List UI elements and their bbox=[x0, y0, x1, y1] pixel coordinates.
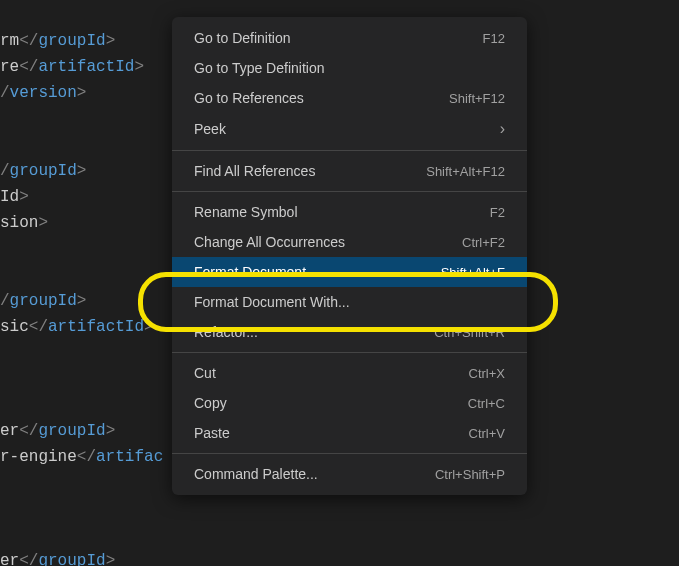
menu-item-rename-symbol[interactable]: Rename SymbolF2 bbox=[172, 197, 527, 227]
menu-item-find-all-references[interactable]: Find All ReferencesShift+Alt+F12 bbox=[172, 156, 527, 186]
menu-item-label: Refactor... bbox=[194, 324, 434, 340]
menu-item-shortcut: Ctrl+C bbox=[468, 396, 505, 411]
menu-item-shortcut: Ctrl+F2 bbox=[462, 235, 505, 250]
menu-item-label: Copy bbox=[194, 395, 468, 411]
menu-item-paste[interactable]: PasteCtrl+V bbox=[172, 418, 527, 448]
context-menu: Go to DefinitionF12Go to Type Definition… bbox=[172, 17, 527, 495]
menu-item-go-to-definition[interactable]: Go to DefinitionF12 bbox=[172, 23, 527, 53]
menu-item-go-to-type-definition[interactable]: Go to Type Definition bbox=[172, 53, 527, 83]
menu-item-label: Peek bbox=[194, 121, 500, 137]
menu-item-shortcut: Ctrl+V bbox=[469, 426, 505, 441]
menu-separator bbox=[172, 150, 527, 151]
editor-line[interactable]: er</groupId> bbox=[0, 548, 679, 566]
menu-separator bbox=[172, 191, 527, 192]
menu-item-label: Go to Definition bbox=[194, 30, 483, 46]
menu-item-shortcut: Ctrl+X bbox=[469, 366, 505, 381]
menu-item-shortcut: F2 bbox=[490, 205, 505, 220]
menu-item-command-palette[interactable]: Command Palette...Ctrl+Shift+P bbox=[172, 459, 527, 489]
menu-item-shortcut: Ctrl+Shift+R bbox=[434, 325, 505, 340]
menu-item-label: Command Palette... bbox=[194, 466, 435, 482]
menu-item-label: Cut bbox=[194, 365, 469, 381]
menu-item-shortcut: Shift+F12 bbox=[449, 91, 505, 106]
editor-line[interactable] bbox=[0, 496, 679, 522]
menu-item-label: Go to References bbox=[194, 90, 449, 106]
menu-separator bbox=[172, 352, 527, 353]
menu-item-label: Paste bbox=[194, 425, 469, 441]
editor-line[interactable] bbox=[0, 522, 679, 548]
menu-item-refactor[interactable]: Refactor...Ctrl+Shift+R bbox=[172, 317, 527, 347]
menu-item-label: Go to Type Definition bbox=[194, 60, 505, 76]
menu-item-label: Rename Symbol bbox=[194, 204, 490, 220]
menu-item-label: Format Document With... bbox=[194, 294, 505, 310]
menu-item-label: Format Document bbox=[194, 264, 441, 280]
chevron-right-icon: › bbox=[500, 120, 505, 138]
menu-item-label: Find All References bbox=[194, 163, 426, 179]
menu-item-change-all-occurrences[interactable]: Change All OccurrencesCtrl+F2 bbox=[172, 227, 527, 257]
menu-item-label: Change All Occurrences bbox=[194, 234, 462, 250]
menu-item-shortcut: F12 bbox=[483, 31, 505, 46]
menu-item-format-document-with[interactable]: Format Document With... bbox=[172, 287, 527, 317]
menu-item-peek[interactable]: Peek› bbox=[172, 113, 527, 145]
menu-item-copy[interactable]: CopyCtrl+C bbox=[172, 388, 527, 418]
menu-item-shortcut: Shift+Alt+F bbox=[441, 265, 505, 280]
menu-separator bbox=[172, 453, 527, 454]
menu-item-shortcut: Shift+Alt+F12 bbox=[426, 164, 505, 179]
menu-item-shortcut: Ctrl+Shift+P bbox=[435, 467, 505, 482]
menu-item-go-to-references[interactable]: Go to ReferencesShift+F12 bbox=[172, 83, 527, 113]
menu-item-cut[interactable]: CutCtrl+X bbox=[172, 358, 527, 388]
menu-item-format-document[interactable]: Format DocumentShift+Alt+F bbox=[172, 257, 527, 287]
